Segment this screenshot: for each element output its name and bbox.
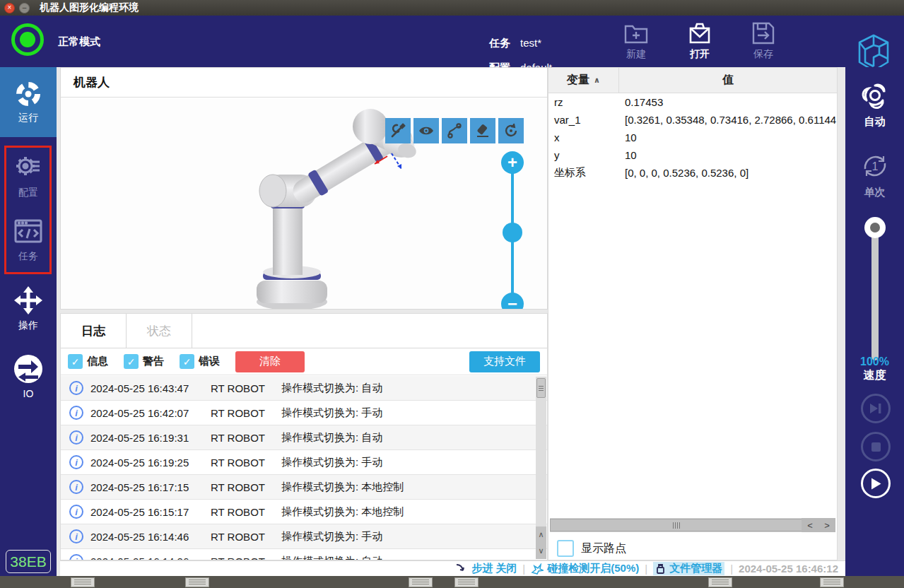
left-sidebar: 运行 配置 任务 bbox=[0, 67, 57, 576]
sidebar-item-config[interactable]: 配置 bbox=[0, 152, 57, 199]
log-row[interactable]: i 2024-05-25 16:19:25 RT ROBOT 操作模式切换为: … bbox=[61, 450, 547, 475]
log-source: RT ROBOT bbox=[211, 531, 281, 543]
speed-slider-track[interactable] bbox=[871, 226, 879, 360]
path-icon[interactable] bbox=[442, 118, 467, 143]
sidebar-item-label: 配置 bbox=[18, 187, 38, 199]
variable-name: 坐标系 bbox=[548, 166, 625, 180]
table-row[interactable]: x 10 bbox=[548, 129, 837, 146]
robot-3d-view[interactable]: + − bbox=[61, 98, 547, 309]
table-row[interactable]: y 10 bbox=[548, 146, 837, 164]
log-timestamp: 2024-05-25 16:42:07 bbox=[90, 407, 211, 419]
single-run-button[interactable]: 1 单次 bbox=[845, 151, 904, 199]
single-run-icon: 1 bbox=[859, 151, 891, 182]
single-run-label: 单次 bbox=[864, 186, 886, 199]
background-file-icon bbox=[71, 577, 95, 587]
filter-info-checkbox[interactable]: ✓ 信息 bbox=[68, 354, 108, 369]
zoom-slider-knob[interactable] bbox=[503, 223, 522, 242]
sidebar-item-task[interactable]: 任务 bbox=[0, 216, 57, 263]
sidebar-item-label: IO bbox=[23, 388, 34, 399]
variable-name: var_1 bbox=[548, 114, 625, 126]
settings-gear-icon bbox=[13, 152, 44, 183]
filter-warning-checkbox[interactable]: ✓ 警告 bbox=[124, 354, 164, 369]
show-waypoints-label: 显示路点 bbox=[581, 541, 626, 556]
info-icon: i bbox=[69, 480, 83, 494]
clear-button[interactable]: 清除 bbox=[235, 351, 305, 372]
info-icon: i bbox=[69, 505, 83, 519]
variable-value: [0.3261, 0.35348, 0.73416, 2.72866, 0.61… bbox=[625, 114, 837, 126]
step-status[interactable]: 步进 关闭 bbox=[455, 562, 517, 575]
rotate-icon[interactable] bbox=[498, 118, 524, 143]
zoom-out-button[interactable]: − bbox=[501, 293, 524, 309]
new-button[interactable]: 新建 bbox=[615, 20, 657, 61]
eye-icon[interactable] bbox=[413, 118, 439, 143]
task-value: test* bbox=[520, 37, 541, 49]
log-timestamp: 2024-05-25 16:17:15 bbox=[90, 481, 211, 493]
play-button[interactable] bbox=[861, 469, 891, 498]
log-row[interactable]: i 2024-05-25 16:43:47 RT ROBOT 操作模式切换为: … bbox=[61, 376, 547, 401]
table-row[interactable]: var_1 [0.3261, 0.35348, 0.73416, 2.72866… bbox=[548, 111, 837, 129]
table-row[interactable]: rz 0.17453 bbox=[548, 93, 837, 111]
filter-warning-label: 警告 bbox=[143, 355, 164, 368]
log-filterbar: ✓ 信息 ✓ 警告 ✓ 错误 清除 支持文件 bbox=[61, 348, 547, 375]
checkbox-check-icon: ✓ bbox=[124, 354, 139, 369]
log-row[interactable]: i 2024-05-25 16:17:15 RT ROBOT 操作模式切换为: … bbox=[61, 475, 547, 500]
task-row: 任务test* bbox=[489, 37, 541, 50]
stop-button[interactable] bbox=[861, 432, 891, 461]
step-forward-button[interactable] bbox=[861, 394, 891, 423]
log-row[interactable]: i 2024-05-25 16:42:07 RT ROBOT 操作模式切换为: … bbox=[61, 401, 547, 425]
log-message: 操作模式切换为: 自动 bbox=[281, 431, 547, 445]
log-row[interactable]: i 2024-05-25 16:14:36 RT ROBOT 操作模式切换为: … bbox=[61, 549, 547, 560]
log-row[interactable]: i 2024-05-25 16:14:46 RT ROBOT 操作模式切换为: … bbox=[61, 524, 547, 549]
scroll-left-icon[interactable]: < bbox=[802, 518, 818, 532]
speed-label: 速度 bbox=[845, 368, 904, 383]
filter-error-checkbox[interactable]: ✓ 错误 bbox=[180, 354, 220, 369]
eraser-icon[interactable] bbox=[470, 118, 495, 143]
table-row[interactable]: 坐标系 [0, 0, 0, 0.5236, 0.5236, 0] bbox=[548, 164, 837, 182]
scroll-right-icon[interactable]: > bbox=[818, 518, 835, 532]
log-message: 操作模式切换为: 本地控制 bbox=[281, 505, 547, 519]
right-sidebar: 自动 1 单次 100% 速度 bbox=[845, 67, 904, 576]
variable-value: [0, 0, 0, 0.5236, 0.5236, 0] bbox=[625, 167, 837, 179]
log-list[interactable]: i 2024-05-25 16:43:47 RT ROBOT 操作模式切换为: … bbox=[61, 376, 547, 560]
log-panel: 日志 状态 ✓ 信息 ✓ 警告 ✓ 错误 清除 支持文件 i bbox=[60, 313, 548, 560]
variable-name: rz bbox=[548, 96, 625, 108]
variables-hscrollbar[interactable]: < > bbox=[550, 518, 835, 532]
log-row[interactable]: i 2024-05-25 16:19:31 RT ROBOT 操作模式切换为: … bbox=[61, 425, 547, 450]
checkbox-unchecked-icon bbox=[557, 540, 574, 557]
speed-slider-knob[interactable] bbox=[864, 217, 886, 238]
column-variable[interactable]: 变量 ∧ bbox=[548, 68, 619, 93]
support-files-button[interactable]: 支持文件 bbox=[469, 351, 540, 372]
show-waypoints-checkbox[interactable]: 显示路点 bbox=[557, 540, 626, 557]
column-value[interactable]: 值 bbox=[619, 68, 837, 93]
variables-table-header: 变量 ∧ 值 bbox=[548, 68, 837, 93]
hscrollbar-thumb[interactable] bbox=[550, 519, 803, 531]
filter-error-label: 错误 bbox=[199, 355, 220, 368]
usb-drive-icon bbox=[655, 563, 666, 575]
scroll-up-icon[interactable]: ∧ bbox=[536, 527, 546, 543]
file-manager-button[interactable]: 文件管理器 bbox=[653, 562, 724, 575]
tools-icon[interactable] bbox=[385, 118, 411, 143]
auto-mode-button[interactable]: 自动 bbox=[845, 80, 904, 129]
collision-status[interactable]: 碰撞检测开启(50%) bbox=[531, 562, 639, 575]
open-button[interactable]: 打开 bbox=[679, 20, 721, 61]
log-row[interactable]: i 2024-05-25 16:15:17 RT ROBOT 操作模式切换为: … bbox=[61, 500, 547, 524]
speed-value: 100% bbox=[845, 355, 904, 368]
mode-label: 正常模式 bbox=[58, 35, 100, 49]
tab-status[interactable]: 状态 bbox=[127, 314, 192, 348]
close-icon[interactable]: × bbox=[4, 3, 15, 13]
sidebar-item-run[interactable]: 运行 bbox=[0, 67, 57, 137]
log-scrollbar[interactable]: ∧ ∨ bbox=[536, 377, 546, 559]
sidebar-item-io[interactable]: IO bbox=[0, 353, 57, 399]
app-window: × – 机器人图形化编程环境 正常模式 任务test* 配置default 新建 bbox=[0, 0, 904, 588]
scroll-down-icon[interactable]: ∨ bbox=[536, 543, 546, 559]
sidebar-item-operate[interactable]: 操作 bbox=[0, 285, 57, 332]
save-button[interactable]: 保存 bbox=[742, 20, 785, 61]
log-scrollbar-thumb[interactable] bbox=[536, 378, 546, 398]
minimize-icon[interactable]: – bbox=[19, 3, 30, 13]
open-button-label: 打开 bbox=[690, 48, 710, 61]
view-toolbar bbox=[385, 118, 524, 143]
tab-log[interactable]: 日志 bbox=[61, 314, 127, 348]
collision-icon bbox=[531, 563, 544, 575]
sidebar-item-label: 运行 bbox=[18, 112, 38, 124]
zoom-in-button[interactable]: + bbox=[501, 151, 524, 174]
